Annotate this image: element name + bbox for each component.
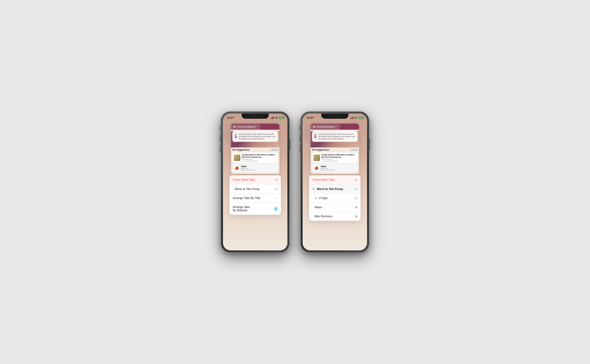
wifi-icon-r — [354, 117, 357, 119]
suggestion-item-google[interactable]: Google Explores Alternative to Apple's N… — [232, 153, 278, 163]
screen-content-left: 13:07 — [223, 114, 287, 250]
power-button-r[interactable] — [369, 139, 370, 150]
privacy-text: In the last seven days, Safari has preve… — [239, 133, 276, 140]
status-time-left: 13:07 — [227, 116, 234, 119]
move-tab-group-label-r: ✓ Move to Tab Group — [312, 188, 343, 191]
privacy-text-r: In the last seven days, Safari has preve… — [318, 133, 355, 140]
check-icon: ✓ — [312, 188, 315, 191]
tab-preview-area-right: 📖 Privacy Report 🛡 49 In the l — [303, 120, 367, 250]
move-tab-group-label: › Move to Tab Group — [233, 188, 260, 191]
apple-logo-r: 🍎 — [314, 165, 319, 171]
privacy-report-box: 🛡 49 In the last seven days, Safari has … — [232, 131, 278, 142]
volume-down-button-r[interactable] — [300, 145, 301, 152]
phone-screen-right: 13:07 — [303, 114, 367, 250]
notch-camera — [257, 115, 260, 117]
apple-bookmark-item[interactable]: 🍎 Apple apple.com ⊞ From Bookmarks — [232, 164, 278, 172]
suggestion-thumbnail-r — [314, 155, 320, 161]
tab-group-icon-r: ⬡ — [355, 187, 357, 191]
battery-icon — [279, 117, 283, 119]
screen-content-right: 13:07 — [303, 114, 367, 250]
wifi-icon — [275, 117, 278, 119]
tab-card-left[interactable]: 📖 Privacy Report 🛡 49 In the l — [231, 124, 280, 174]
tab-hero-image: 🛡 49 In the last seven days, Safari has … — [231, 131, 280, 147]
four-tabs-item[interactable]: ✓ 4 Tabs ☐ — [309, 194, 361, 203]
four-tabs-label: ✓ 4 Tabs — [315, 197, 328, 200]
close-other-tabs-button-r[interactable]: Close Other Tabs ✕ — [309, 175, 361, 184]
suggestion-info: Google Explores Alternative to Apple's N… — [242, 154, 277, 162]
silent-button[interactable] — [220, 126, 221, 131]
mac-rumours-label: Mac Rumours — [315, 215, 333, 218]
suggestion-thumbnail — [234, 155, 240, 161]
phone-frame-left: 13:07 — [221, 111, 289, 253]
suggestion-item-google-r[interactable]: Google Explores Alternative to Apple's N… — [312, 153, 358, 163]
suggestion-info-r: Google Explores Alternative to Apple's N… — [321, 154, 356, 162]
notch-camera-r — [337, 115, 339, 117]
close-other-tabs-button[interactable]: Close Other Tabs ✕ — [229, 175, 281, 184]
sort-icon: ↕ — [276, 196, 278, 200]
arrange-by-website-button[interactable]: Arrange TabsBy Website 🌐 — [229, 203, 281, 215]
silent-button-r[interactable] — [300, 126, 301, 131]
globe-icon: 🌐 — [274, 207, 278, 211]
tab-group-icon: ⬡ — [275, 187, 278, 191]
signal-icon-r — [350, 117, 354, 119]
copy-icon-news: ⧉ — [355, 206, 357, 209]
notch-left — [242, 114, 269, 119]
close-other-tabs-label-r: Close Other Tabs — [312, 178, 335, 182]
tab-card-body: 🛡 49 In the last seven days, Safari has … — [231, 130, 280, 174]
check-icon-tabs: ✓ — [315, 197, 317, 200]
siri-header-r: Siri Suggestions Show All — [311, 147, 359, 152]
arrange-website-label: Arrange TabsBy Website — [233, 206, 250, 212]
mac-rumours-item[interactable]: Mac Rumours ⧉ — [309, 212, 361, 221]
arrange-title-label: Arrange Tabs By Title — [233, 196, 260, 200]
phone-right: 13:07 — [301, 111, 369, 253]
notch-sensor-r — [330, 116, 336, 117]
move-to-tab-group-button-r[interactable]: ✓ Move to Tab Group ⬡ — [309, 185, 361, 194]
phone-screen-left: 13:07 — [223, 114, 287, 250]
close-other-tabs-label: Close Other Tabs — [233, 178, 255, 182]
status-icons-right — [350, 117, 363, 119]
context-menu-right: Close Other Tabs ✕ ✓ Move to Tab Group ⬡ — [309, 175, 361, 221]
status-time-right: 13:07 — [307, 116, 314, 119]
status-icons-left — [271, 117, 283, 119]
apple-logo: 🍎 — [234, 165, 240, 171]
phone-left: 13:07 — [221, 111, 289, 253]
tab-card-body-r: 🛡 49 In the last seven days, Safari has … — [311, 130, 359, 174]
tab-hero-image-r: 🛡 49 In the last seven days, Safari has … — [311, 131, 359, 147]
power-button[interactable] — [289, 139, 290, 150]
volume-down-button[interactable] — [220, 145, 221, 152]
privacy-report-box-r: 🛡 49 In the last seven days, Safari has … — [312, 131, 358, 142]
notch-sensor — [251, 116, 256, 117]
news-tab-item[interactable]: News ⧉ — [309, 203, 361, 212]
tab-preview-area-left: 📖 Privacy Report 🛡 49 In the l — [223, 120, 287, 250]
move-to-tab-group-button[interactable]: › Move to Tab Group ⬡ — [229, 185, 281, 194]
phone-frame-right: 13:07 — [301, 111, 369, 253]
siri-header: Siri Suggestions Show All — [231, 147, 280, 152]
arrange-by-title-button[interactable]: Arrange Tabs By Title ↕ — [229, 194, 281, 203]
volume-up-button[interactable] — [220, 135, 221, 142]
privacy-shield: 🛡 49 — [235, 133, 237, 139]
apple-bookmark-item-r[interactable]: 🍎 Apple apple.com ⊞ From Bookmarks — [312, 164, 358, 172]
tab-card-right[interactable]: 📖 Privacy Report 🛡 49 In the l — [311, 124, 359, 174]
battery-icon-r — [359, 117, 363, 119]
signal-icon — [271, 117, 274, 119]
news-label: News — [315, 206, 322, 209]
notch-right — [321, 114, 348, 119]
volume-up-button-r[interactable] — [300, 135, 301, 142]
privacy-shield-r: 🛡 49 — [314, 133, 317, 139]
apple-info-r: Apple apple.com ⊞ From Bookmarks — [321, 165, 335, 171]
apple-info: Apple apple.com ⊞ From Bookmarks — [241, 165, 255, 171]
context-menu-left: Close Other Tabs ✕ › Move to Tab Group ⬡ — [229, 175, 281, 215]
phone-icon: ☐ — [355, 196, 357, 200]
copy-icon-mac: ⧉ — [355, 215, 357, 218]
close-icon-r: ✕ — [355, 178, 357, 182]
close-icon: ✕ — [275, 178, 278, 182]
chevron-right-icon: › — [233, 188, 233, 190]
